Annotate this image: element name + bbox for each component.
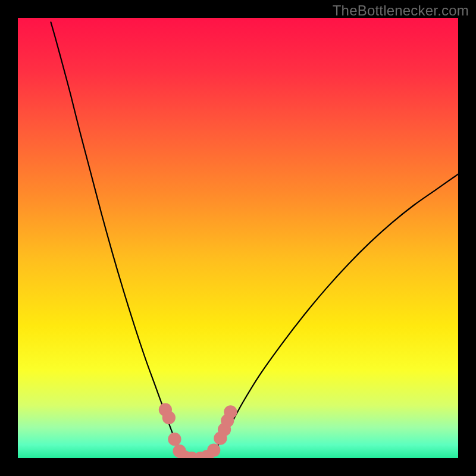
- chart-svg: [18, 18, 458, 458]
- marker-valley-dots-8: [207, 444, 220, 457]
- marker-valley-dots-12: [224, 405, 237, 418]
- watermark-text: TheBottlenecker.com: [333, 2, 469, 19]
- marker-valley-dots-1: [162, 411, 176, 424]
- chart-frame: TheBottlenecker.com: [0, 0, 476, 476]
- plot-area: [18, 18, 458, 458]
- gradient-background: [18, 18, 458, 458]
- marker-valley-dots-2: [168, 433, 181, 446]
